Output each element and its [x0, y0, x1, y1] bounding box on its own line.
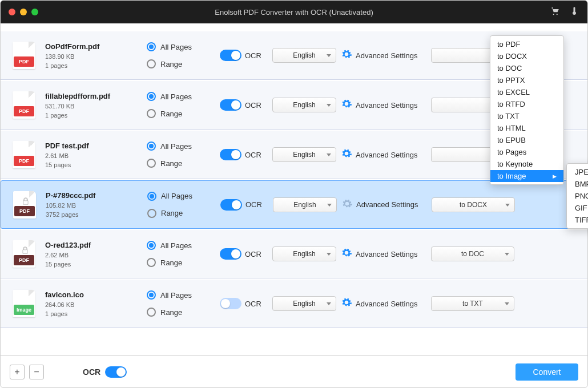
format-dropdown-menu[interactable]: to PDFto DOCXto DOCto PPTXto EXCELto RTF…: [490, 35, 564, 185]
submenu-item[interactable]: TIFF: [567, 214, 588, 226]
language-select[interactable]: English: [272, 98, 336, 112]
all-pages-radio[interactable]: All Pages: [147, 42, 215, 51]
dropdown-item[interactable]: to PPTX: [490, 74, 563, 86]
page-range-group: All Pages Range: [147, 142, 215, 168]
file-icon: PDF: [7, 42, 41, 69]
gear-icon[interactable]: [341, 247, 352, 261]
dropdown-item[interactable]: to Keynote: [490, 158, 563, 170]
all-pages-radio[interactable]: All Pages: [147, 92, 215, 101]
thermometer-icon[interactable]: [569, 6, 579, 18]
file-meta: favicon.ico 264.06 KB 1 pages: [45, 290, 142, 317]
gear-icon[interactable]: [341, 148, 352, 161]
file-name: O-red123.pdf: [45, 241, 142, 249]
close-button[interactable]: [9, 9, 15, 15]
dropdown-item[interactable]: to Pages: [490, 146, 563, 158]
gear-icon[interactable]: [341, 198, 353, 212]
minimize-button[interactable]: [20, 9, 27, 15]
titlebar: Enolsoft PDF Converter with OCR (Unactiv…: [1, 1, 587, 23]
titlebar-actions: [550, 6, 579, 18]
file-size: 138.90 KB: [45, 53, 142, 60]
page-range-group: All Pages Range: [147, 290, 215, 317]
ocr-label: OCR: [245, 51, 261, 60]
language-select[interactable]: English: [272, 246, 336, 261]
advanced-settings-link[interactable]: Advanced Settings: [356, 101, 417, 110]
file-icon: Image: [7, 290, 41, 317]
file-row[interactable]: PDF O-red123.pdf 2.62 MB 15 pages All Pa…: [1, 230, 587, 278]
submenu-item[interactable]: JPEG: [567, 166, 588, 178]
add-file-button[interactable]: +: [10, 365, 25, 379]
file-name: OoPdfForm.pdf: [45, 42, 142, 51]
dropdown-item[interactable]: to RTFD: [490, 98, 563, 110]
advanced-settings-link[interactable]: Advanced Settings: [356, 200, 418, 209]
all-pages-radio[interactable]: All Pages: [147, 142, 215, 151]
file-meta: P-#789ccc.pdf 105.82 MB 3752 pages: [46, 191, 143, 218]
ocr-toggle[interactable]: [220, 199, 242, 211]
file-pages: 15 pages: [45, 261, 142, 268]
ocr-label: OCR: [245, 101, 261, 110]
gear-icon[interactable]: [341, 98, 352, 112]
language-select[interactable]: English: [272, 48, 336, 63]
dropdown-item[interactable]: to DOCX: [490, 50, 563, 62]
file-name: PDF test.pdf: [45, 142, 142, 150]
convert-button[interactable]: Convert: [515, 363, 578, 381]
submenu-item[interactable]: BMP: [567, 178, 588, 190]
dropdown-item[interactable]: to DOC: [490, 62, 563, 74]
all-pages-radio[interactable]: All Pages: [147, 241, 215, 250]
file-pages: 1 pages: [45, 310, 142, 317]
cart-icon[interactable]: [550, 6, 560, 18]
language-select[interactable]: English: [273, 197, 337, 212]
ocr-toggle[interactable]: [220, 248, 241, 260]
file-meta: O-red123.pdf 2.62 MB 15 pages: [45, 241, 142, 268]
language-select[interactable]: English: [272, 147, 336, 162]
range-radio[interactable]: Range: [147, 159, 215, 168]
dropdown-item[interactable]: to Image: [490, 170, 563, 182]
file-row[interactable]: PDF P-#789ccc.pdf 105.82 MB 3752 pages A…: [1, 180, 587, 229]
format-select[interactable]: to DOCX: [432, 197, 515, 212]
format-select[interactable]: to DOC: [431, 246, 514, 261]
file-size: 264.06 KB: [45, 301, 142, 308]
file-meta: PDF test.pdf 2.61 MB 15 pages: [45, 142, 142, 168]
all-pages-radio[interactable]: All Pages: [147, 290, 215, 300]
advanced-settings-link[interactable]: Advanced Settings: [356, 300, 417, 308]
ocr-toggle[interactable]: [220, 149, 241, 160]
dropdown-item[interactable]: to HTML: [490, 122, 563, 134]
file-name: P-#789ccc.pdf: [46, 191, 143, 200]
language-select[interactable]: English: [272, 296, 336, 311]
submenu-item[interactable]: PNG: [567, 190, 588, 202]
global-ocr: OCR: [83, 366, 127, 378]
advanced-settings-link[interactable]: Advanced Settings: [356, 151, 417, 159]
all-pages-radio[interactable]: All Pages: [147, 192, 216, 201]
advanced-settings-link[interactable]: Advanced Settings: [356, 250, 417, 258]
ocr-toggle[interactable]: [220, 50, 241, 61]
page-range-group: All Pages Range: [147, 241, 215, 267]
dropdown-item[interactable]: to PDF: [490, 38, 563, 50]
ocr-toggle[interactable]: [220, 99, 241, 111]
format-select[interactable]: to TXT: [431, 296, 514, 311]
remove-file-button[interactable]: −: [29, 365, 44, 379]
global-ocr-toggle[interactable]: [105, 366, 127, 378]
range-radio[interactable]: Range: [147, 308, 215, 317]
format-submenu[interactable]: JPEGBMPPNGGIFTIFF: [566, 163, 588, 229]
ocr-toggle[interactable]: [220, 298, 241, 309]
file-name: fillablepdfform.pdf: [45, 92, 142, 100]
zoom-button[interactable]: [31, 9, 38, 15]
file-icon: PDF: [7, 141, 41, 168]
dropdown-item[interactable]: to EPUB: [490, 134, 563, 146]
ocr-label: OCR: [245, 300, 261, 308]
range-radio[interactable]: Range: [147, 59, 215, 68]
range-radio[interactable]: Range: [147, 209, 216, 218]
range-radio[interactable]: Range: [147, 258, 215, 267]
file-name: favicon.ico: [45, 290, 142, 299]
file-row[interactable]: Image favicon.ico 264.06 KB 1 pages All …: [1, 280, 587, 328]
file-meta: fillablepdfform.pdf 531.70 KB 1 pages: [45, 92, 142, 119]
range-radio[interactable]: Range: [147, 109, 215, 118]
dropdown-item[interactable]: to TXT: [490, 110, 563, 122]
window-title: Enolsoft PDF Converter with OCR (Unactiv…: [1, 8, 587, 17]
gear-icon[interactable]: [341, 48, 352, 62]
dropdown-item[interactable]: to EXCEL: [490, 86, 563, 98]
app-window: Enolsoft PDF Converter with OCR (Unactiv…: [0, 0, 588, 388]
submenu-item[interactable]: GIF: [567, 202, 588, 214]
gear-icon[interactable]: [341, 297, 352, 310]
svg-point-0: [553, 14, 554, 15]
advanced-settings-link[interactable]: Advanced Settings: [356, 51, 417, 60]
